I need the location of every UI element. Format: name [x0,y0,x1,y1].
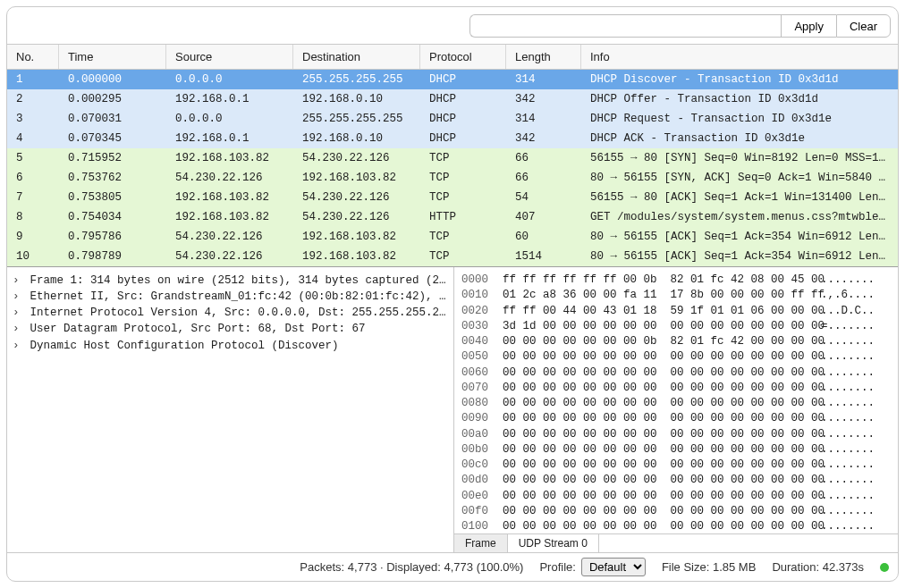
hex-row[interactable]: 00d000 00 00 00 00 00 00 00 00 00 00 00 … [454,473,898,488]
hex-offset: 0010 [461,288,503,303]
hex-ascii: ........ [810,519,875,533]
hex-row[interactable]: 004000 00 00 00 00 00 00 0b 82 01 fc 42 … [454,334,898,349]
hex-row[interactable]: 005000 00 00 00 00 00 00 00 00 00 00 00 … [454,349,898,365]
packet-cell-no: 4 [7,129,59,148]
hex-offset: 0050 [461,349,503,365]
packet-row[interactable]: 100.79878954.230.22.126192.168.103.82TCP… [7,247,898,266]
col-no[interactable]: No. [7,45,59,69]
tree-item-label: Internet Protocol Version 4, Src: 0.0.0.… [23,307,448,319]
hex-row[interactable]: 001001 2c a8 36 00 00 fa 11 17 8b 00 00 … [454,288,898,303]
packet-row[interactable]: 90.79578654.230.22.126192.168.103.82TCP6… [7,227,898,247]
packet-row[interactable]: 50.715952192.168.103.8254.230.22.126TCP6… [7,148,898,168]
hex-row[interactable]: 00f000 00 00 00 00 00 00 00 00 00 00 00 … [454,504,898,519]
packet-cell-len: 1514 [506,247,581,266]
hex-bytes: 00 00 00 00 00 00 00 00 00 00 00 00 00 0… [503,473,810,488]
chevron-right-icon[interactable]: › [13,273,23,289]
hex-row[interactable]: 00a000 00 00 00 00 00 00 00 00 00 00 00 … [454,427,898,442]
packet-cell-src: 192.168.0.1 [166,129,293,148]
packet-row[interactable]: 80.754034192.168.103.8254.230.22.126HTTP… [7,207,898,227]
packet-cell-proto: DHCP [420,109,506,129]
hex-row[interactable]: 00303d 1d 00 00 00 00 00 00 00 00 00 00 … [454,319,898,334]
packet-cell-dst: 54.230.22.126 [293,188,420,207]
hex-tab-udp-stream[interactable]: UDP Stream 0 [508,534,599,552]
packet-row[interactable]: 60.75376254.230.22.126192.168.103.82TCP6… [7,168,898,188]
tree-item[interactable]: › Frame 1: 314 bytes on wire (2512 bits)… [13,273,448,289]
packet-cell-no: 6 [7,168,59,188]
hex-bytes: 01 2c a8 36 00 00 fa 11 17 8b 00 00 00 0… [503,288,810,303]
status-indicator-icon [880,563,889,572]
hex-tab-frame[interactable]: Frame [454,534,508,552]
packet-cell-dst: 192.168.103.82 [293,168,420,188]
hex-row[interactable]: 00b000 00 00 00 00 00 00 00 00 00 00 00 … [454,442,898,458]
hex-ascii: ........ [810,458,875,473]
col-info[interactable]: Info [581,45,898,69]
hex-row[interactable]: 0020ff ff 00 44 00 43 01 18 59 1f 01 01 … [454,304,898,319]
packet-analyzer-window: Apply Clear No. Time Source Destination … [6,6,899,582]
hex-bytes: 00 00 00 00 00 00 00 00 00 00 00 00 00 0… [503,365,810,381]
col-source[interactable]: Source [166,45,293,69]
hex-bytes: 00 00 00 00 00 00 00 00 00 00 00 00 00 0… [503,427,810,442]
col-length[interactable]: Length [506,45,581,69]
packet-cell-dst: 192.168.0.10 [293,89,420,109]
packet-cell-len: 342 [506,89,581,109]
packet-row[interactable]: 10.0000000.0.0.0255.255.255.255DHCP314DH… [7,70,898,89]
hex-bytes: 00 00 00 00 00 00 00 00 00 00 00 00 00 0… [503,489,810,504]
hex-ascii: ........ [810,489,875,504]
hex-offset: 0090 [461,411,503,426]
packet-row[interactable]: 70.753805192.168.103.8254.230.22.126TCP5… [7,188,898,207]
hex-bytes: ff ff ff ff ff ff 00 0b 82 01 fc 42 08 0… [503,273,810,288]
tree-item-label: Ethernet II, Src: GrandstreamN_01:fc:42 … [23,290,448,303]
hex-row[interactable]: 008000 00 00 00 00 00 00 00 00 00 00 00 … [454,396,898,411]
hex-ascii: ........ [810,396,875,411]
status-duration: Duration: 42.373s [772,560,864,574]
hex-row[interactable]: 007000 00 00 00 00 00 00 00 00 00 00 00 … [454,381,898,396]
hex-row[interactable]: 010000 00 00 00 00 00 00 00 00 00 00 00 … [454,519,898,533]
tree-item[interactable]: › Ethernet II, Src: GrandstreamN_01:fc:4… [13,289,448,305]
tree-item[interactable]: › User Datagram Protocol, Src Port: 68, … [13,321,448,337]
packet-cell-time: 0.753805 [59,188,166,207]
hex-offset: 00f0 [461,504,503,519]
chevron-right-icon[interactable]: › [13,305,23,321]
chevron-right-icon[interactable]: › [13,321,23,337]
apply-button[interactable]: Apply [781,14,836,38]
hex-row[interactable]: 009000 00 00 00 00 00 00 00 00 00 00 00 … [454,411,898,426]
packet-cell-info: 56155 → 80 [SYN] Seq=0 Win=8192 Len=0 MS… [581,148,898,168]
hex-ascii: ........ [810,411,875,426]
hex-row[interactable]: 00c000 00 00 00 00 00 00 00 00 00 00 00 … [454,458,898,473]
status-profile-label: Profile: [539,560,575,574]
col-time[interactable]: Time [59,45,166,69]
hex-offset: 00d0 [461,473,503,488]
hex-row[interactable]: 006000 00 00 00 00 00 00 00 00 00 00 00 … [454,365,898,381]
display-filter-input[interactable] [469,14,781,38]
col-protocol[interactable]: Protocol [420,45,506,69]
hex-ascii: ........ [810,442,875,458]
tree-item[interactable]: › Internet Protocol Version 4, Src: 0.0.… [13,305,448,321]
packet-row[interactable]: 40.070345192.168.0.1192.168.0.10DHCP342D… [7,129,898,148]
filter-bar: Apply Clear [7,7,898,45]
packet-cell-len: 314 [506,109,581,129]
hex-offset: 0020 [461,304,503,319]
packet-cell-time: 0.070031 [59,109,166,129]
profile-select[interactable]: Default [581,558,646,576]
hex-offset: 00c0 [461,458,503,473]
tree-item[interactable]: › Dynamic Host Configuration Protocol (D… [13,338,448,354]
hex-offset: 0000 [461,273,503,288]
packet-cell-dst: 255.255.255.255 [293,109,420,129]
packet-details-tree[interactable]: › Frame 1: 314 bytes on wire (2512 bits)… [7,267,454,552]
packet-cell-no: 5 [7,148,59,168]
col-destination[interactable]: Destination [293,45,420,69]
hex-row[interactable]: 00e000 00 00 00 00 00 00 00 00 00 00 00 … [454,489,898,504]
packet-cell-len: 66 [506,168,581,188]
packet-cell-info: 56155 → 80 [ACK] Seq=1 Ack=1 Win=131400 … [581,188,898,207]
packet-cell-info: 80 → 56155 [ACK] Seq=1 Ack=354 Win=6912 … [581,247,898,266]
hex-dump[interactable]: 0000ff ff ff ff ff ff 00 0b 82 01 fc 42 … [454,267,898,533]
packet-cell-len: 342 [506,129,581,148]
packet-row[interactable]: 30.0700310.0.0.0255.255.255.255DHCP314DH… [7,109,898,129]
chevron-right-icon[interactable]: › [13,289,23,305]
packet-cell-src: 0.0.0.0 [166,109,293,129]
chevron-right-icon[interactable]: › [13,338,23,354]
hex-bytes: 00 00 00 00 00 00 00 00 00 00 00 00 00 0… [503,396,810,411]
hex-row[interactable]: 0000ff ff ff ff ff ff 00 0b 82 01 fc 42 … [454,273,898,288]
clear-button[interactable]: Clear [836,14,891,38]
packet-row[interactable]: 20.000295192.168.0.1192.168.0.10DHCP342D… [7,89,898,109]
